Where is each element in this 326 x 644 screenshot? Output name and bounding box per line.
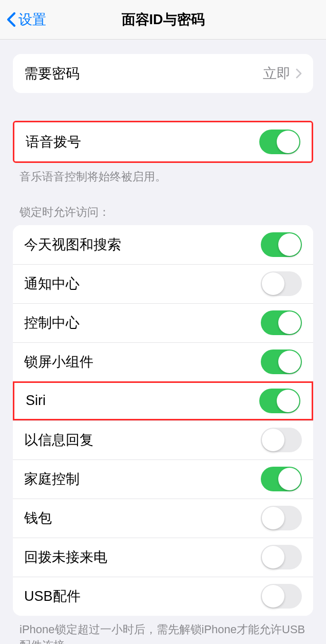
toggle-knob (262, 585, 284, 608)
toggle-knob (277, 390, 299, 412)
toggle-knob (262, 272, 284, 295)
require-passcode-label: 需要密码 (24, 64, 80, 83)
toggle-knob (278, 351, 301, 373)
usb-footer: iPhone锁定超过一小时后，需先解锁iPhone才能允许USB配件连接。 (0, 616, 326, 644)
lock-item-label: Siri (26, 393, 46, 409)
toggle-knob (278, 233, 301, 256)
voice-dial-footer: 音乐语音控制将始终被启用。 (0, 163, 326, 185)
lock-item-row: USB配件 (13, 577, 313, 616)
lock-item-label: 钱包 (24, 509, 52, 527)
lock-item-label: 以信息回复 (24, 431, 93, 449)
voice-dial-group: 语音拨号 (13, 121, 313, 163)
require-passcode-value-container: 立即 (263, 64, 302, 83)
lock-item-row: 锁屏小组件 (13, 342, 313, 381)
lock-item-label: 锁屏小组件 (24, 353, 93, 371)
navigation-header: 设置 面容ID与密码 (0, 0, 326, 40)
toggle-knob (278, 311, 301, 334)
lock-item-toggle[interactable] (261, 506, 302, 530)
lock-item-label: 今天视图和搜索 (24, 235, 121, 254)
lock-item-row: 通知中心 (13, 264, 313, 303)
lock-item-row: 控制中心 (13, 303, 313, 342)
lock-item-row: 家庭控制 (13, 459, 313, 499)
chevron-left-icon (6, 11, 16, 28)
toggle-knob (262, 546, 284, 568)
require-passcode-group: 需要密码 立即 (13, 54, 313, 93)
lock-item-toggle[interactable] (261, 349, 302, 374)
lock-item-label: 回拨未接来电 (24, 548, 107, 566)
require-passcode-row[interactable]: 需要密码 立即 (13, 54, 313, 93)
toggle-knob (262, 429, 284, 451)
lock-item-row: Siri (13, 381, 313, 420)
back-button[interactable]: 设置 (0, 10, 46, 29)
lock-item-toggle[interactable] (261, 310, 302, 335)
lock-item-row: 今天视图和搜索 (13, 225, 313, 264)
voice-dial-toggle[interactable] (259, 130, 300, 154)
require-passcode-value: 立即 (263, 64, 291, 83)
lock-item-toggle[interactable] (261, 467, 302, 491)
back-label: 设置 (18, 10, 46, 29)
toggle-knob (262, 507, 284, 529)
lock-item-toggle[interactable] (261, 232, 302, 257)
lock-access-group: 今天视图和搜索通知中心控制中心锁屏小组件Siri以信息回复家庭控制钱包回拨未接来… (13, 225, 313, 616)
lock-item-row: 以信息回复 (13, 420, 313, 459)
lock-item-label: 通知中心 (24, 274, 80, 293)
chevron-right-icon (296, 68, 302, 79)
lock-item-toggle[interactable] (261, 584, 302, 609)
page-title: 面容ID与密码 (0, 10, 326, 29)
lock-item-row: 回拨未接来电 (13, 538, 313, 577)
toggle-knob (277, 131, 299, 153)
toggle-knob (278, 468, 301, 490)
lock-item-label: USB配件 (24, 587, 81, 605)
lock-item-row: 钱包 (13, 499, 313, 538)
lock-item-label: 家庭控制 (24, 470, 80, 488)
voice-dial-label: 语音拨号 (26, 133, 81, 151)
lock-item-toggle[interactable] (259, 389, 300, 413)
lock-item-toggle[interactable] (261, 271, 302, 296)
lock-item-toggle[interactable] (261, 545, 302, 569)
lock-item-toggle[interactable] (261, 428, 302, 452)
voice-dial-row: 语音拨号 (14, 122, 312, 161)
lock-access-section-header: 锁定时允许访问： (0, 205, 326, 225)
lock-item-label: 控制中心 (24, 314, 80, 332)
